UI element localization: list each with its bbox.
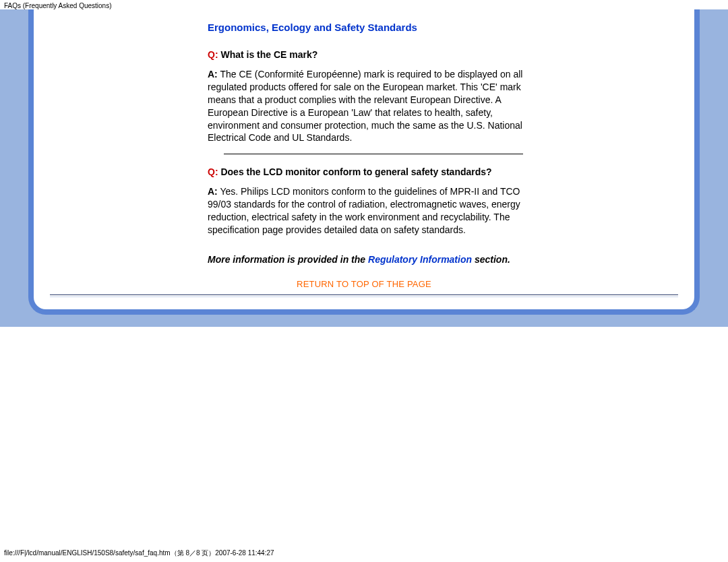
question-prefix: Q:: [208, 166, 218, 177]
more-info-suffix: section.: [472, 254, 510, 265]
faq-item-2: Q: Does the LCD monitor conform to gener…: [208, 166, 539, 237]
background-region: Ergonomics, Ecology and Safety Standards…: [0, 9, 728, 327]
divider-light: [50, 296, 678, 297]
question-text: What is the CE mark?: [218, 49, 318, 60]
more-info-prefix: More information is provided in the: [208, 254, 368, 265]
return-to-top-link[interactable]: RETURN TO TOP OF THE PAGE: [297, 279, 431, 289]
answer-1: A: The CE (Conformité Européenne) mark i…: [208, 68, 539, 144]
question-text: Does the LCD monitor conform to general …: [218, 166, 492, 177]
question-2: Q: Does the LCD monitor conform to gener…: [208, 166, 539, 177]
answer-prefix: A:: [208, 69, 218, 80]
question-prefix: Q:: [208, 49, 218, 60]
answer-text: Yes. Philips LCD monitors conform to the…: [208, 186, 520, 235]
page-header: FAQs (Frequently Asked Questions): [0, 0, 728, 9]
answer-text: The CE (Conformité Européenne) mark is r…: [208, 69, 522, 143]
question-1: Q: What is the CE mark?: [208, 49, 539, 60]
qa-separator: [224, 154, 523, 154]
footer-path: file:///F|/lcd/manual/ENGLISH/150S8/safe…: [4, 549, 274, 558]
section-title: Ergonomics, Ecology and Safety Standards: [40, 16, 688, 37]
more-info-line: More information is provided in the Regu…: [208, 254, 688, 265]
regulatory-information-link[interactable]: Regulatory Information: [368, 254, 472, 265]
divider-dark: [50, 294, 678, 295]
answer-2: A: Yes. Philips LCD monitors conform to …: [208, 185, 539, 237]
return-link-container: RETURN TO TOP OF THE PAGE: [40, 278, 688, 289]
answer-prefix: A:: [208, 186, 218, 197]
content-panel: Ergonomics, Ecology and Safety Standards…: [28, 9, 700, 315]
faq-item-1: Q: What is the CE mark? A: The CE (Confo…: [208, 49, 539, 154]
